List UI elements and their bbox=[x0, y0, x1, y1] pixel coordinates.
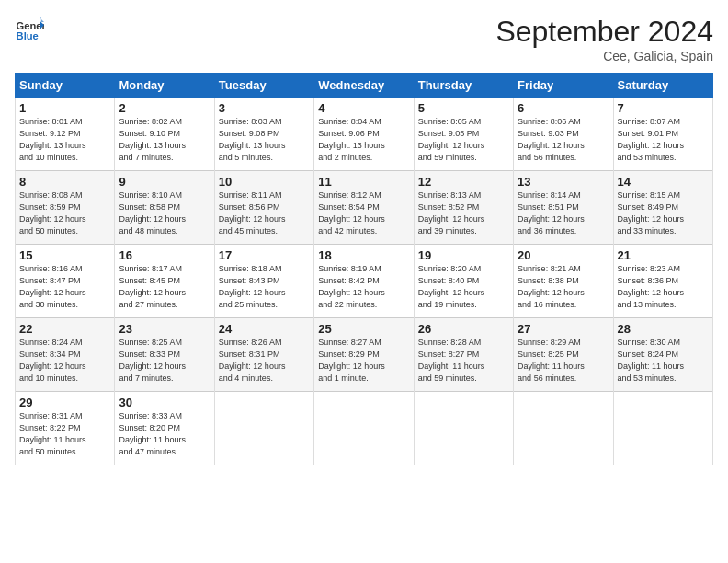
day-number: 16 bbox=[119, 248, 210, 262]
day-number: 21 bbox=[618, 248, 709, 262]
col-sunday: Sunday bbox=[16, 74, 115, 98]
calendar-cell: 19Sunrise: 8:20 AM Sunset: 8:40 PM Dayli… bbox=[414, 245, 513, 318]
day-number: 13 bbox=[518, 175, 609, 189]
day-info: Sunrise: 8:03 AM Sunset: 9:08 PM Dayligh… bbox=[219, 116, 310, 164]
calendar-cell: 25Sunrise: 8:27 AM Sunset: 8:29 PM Dayli… bbox=[314, 318, 414, 392]
day-info: Sunrise: 8:23 AM Sunset: 8:36 PM Dayligh… bbox=[618, 263, 709, 311]
day-number: 27 bbox=[518, 322, 609, 336]
calendar-cell bbox=[314, 392, 414, 465]
week-row-1: 1Sunrise: 8:01 AM Sunset: 9:12 PM Daylig… bbox=[16, 98, 713, 171]
title-block: September 2024 Cee, Galicia, Spain bbox=[495, 15, 713, 63]
calendar-cell: 21Sunrise: 8:23 AM Sunset: 8:36 PM Dayli… bbox=[613, 245, 712, 318]
calendar-cell bbox=[514, 392, 613, 465]
month-title: September 2024 bbox=[495, 15, 713, 49]
day-number: 26 bbox=[418, 322, 509, 336]
calendar-cell: 20Sunrise: 8:21 AM Sunset: 8:38 PM Dayli… bbox=[514, 245, 613, 318]
day-info: Sunrise: 8:30 AM Sunset: 8:24 PM Dayligh… bbox=[618, 337, 709, 385]
day-number: 2 bbox=[119, 101, 210, 115]
day-info: Sunrise: 8:06 AM Sunset: 9:03 PM Dayligh… bbox=[518, 116, 609, 164]
calendar-cell: 24Sunrise: 8:26 AM Sunset: 8:31 PM Dayli… bbox=[214, 318, 313, 392]
header: General Blue September 2024 Cee, Galicia… bbox=[15, 15, 713, 63]
day-info: Sunrise: 8:28 AM Sunset: 8:27 PM Dayligh… bbox=[418, 337, 509, 385]
day-info: Sunrise: 8:04 AM Sunset: 9:06 PM Dayligh… bbox=[318, 116, 409, 164]
day-number: 11 bbox=[318, 175, 409, 189]
day-number: 9 bbox=[119, 175, 210, 189]
header-row: Sunday Monday Tuesday Wednesday Thursday… bbox=[16, 74, 713, 98]
day-info: Sunrise: 8:17 AM Sunset: 8:45 PM Dayligh… bbox=[119, 263, 210, 311]
day-number: 19 bbox=[418, 248, 509, 262]
page: General Blue September 2024 Cee, Galicia… bbox=[0, 0, 728, 563]
calendar-table: Sunday Monday Tuesday Wednesday Thursday… bbox=[15, 73, 713, 465]
calendar-cell: 10Sunrise: 8:11 AM Sunset: 8:56 PM Dayli… bbox=[214, 171, 313, 245]
day-number: 24 bbox=[219, 322, 310, 336]
day-info: Sunrise: 8:16 AM Sunset: 8:47 PM Dayligh… bbox=[19, 263, 110, 311]
day-number: 4 bbox=[318, 101, 409, 115]
calendar-cell: 18Sunrise: 8:19 AM Sunset: 8:42 PM Dayli… bbox=[314, 245, 414, 318]
day-number: 20 bbox=[518, 248, 609, 262]
day-number: 6 bbox=[518, 101, 609, 115]
day-info: Sunrise: 8:07 AM Sunset: 9:01 PM Dayligh… bbox=[618, 116, 709, 164]
logo: General Blue bbox=[15, 15, 44, 44]
week-row-3: 15Sunrise: 8:16 AM Sunset: 8:47 PM Dayli… bbox=[16, 245, 713, 318]
calendar-cell bbox=[214, 392, 313, 465]
col-tuesday: Tuesday bbox=[214, 74, 313, 98]
calendar-cell bbox=[414, 392, 513, 465]
calendar-cell: 23Sunrise: 8:25 AM Sunset: 8:33 PM Dayli… bbox=[115, 318, 214, 392]
day-number: 12 bbox=[418, 175, 509, 189]
calendar-cell bbox=[613, 392, 712, 465]
day-number: 25 bbox=[318, 322, 409, 336]
day-number: 8 bbox=[19, 175, 110, 189]
week-row-5: 29Sunrise: 8:31 AM Sunset: 8:22 PM Dayli… bbox=[16, 392, 713, 465]
day-info: Sunrise: 8:13 AM Sunset: 8:52 PM Dayligh… bbox=[418, 190, 509, 237]
calendar-cell: 26Sunrise: 8:28 AM Sunset: 8:27 PM Dayli… bbox=[414, 318, 513, 392]
day-info: Sunrise: 8:10 AM Sunset: 8:58 PM Dayligh… bbox=[119, 190, 210, 237]
day-number: 7 bbox=[618, 101, 709, 115]
calendar-cell: 2Sunrise: 8:02 AM Sunset: 9:10 PM Daylig… bbox=[115, 98, 214, 171]
calendar-cell: 16Sunrise: 8:17 AM Sunset: 8:45 PM Dayli… bbox=[115, 245, 214, 318]
day-info: Sunrise: 8:19 AM Sunset: 8:42 PM Dayligh… bbox=[318, 263, 409, 311]
day-info: Sunrise: 8:08 AM Sunset: 8:59 PM Dayligh… bbox=[19, 190, 110, 237]
day-info: Sunrise: 8:21 AM Sunset: 8:38 PM Dayligh… bbox=[518, 263, 609, 311]
calendar-cell: 9Sunrise: 8:10 AM Sunset: 8:58 PM Daylig… bbox=[115, 171, 214, 245]
day-number: 29 bbox=[19, 396, 110, 409]
day-number: 3 bbox=[219, 101, 310, 115]
day-info: Sunrise: 8:02 AM Sunset: 9:10 PM Dayligh… bbox=[119, 116, 210, 164]
day-info: Sunrise: 8:29 AM Sunset: 8:25 PM Dayligh… bbox=[518, 337, 609, 385]
col-thursday: Thursday bbox=[414, 74, 513, 98]
day-info: Sunrise: 8:20 AM Sunset: 8:40 PM Dayligh… bbox=[418, 263, 509, 311]
week-row-2: 8Sunrise: 8:08 AM Sunset: 8:59 PM Daylig… bbox=[16, 171, 713, 245]
day-info: Sunrise: 8:18 AM Sunset: 8:43 PM Dayligh… bbox=[219, 263, 310, 311]
day-number: 28 bbox=[618, 322, 709, 336]
calendar-cell: 28Sunrise: 8:30 AM Sunset: 8:24 PM Dayli… bbox=[613, 318, 712, 392]
calendar-cell: 1Sunrise: 8:01 AM Sunset: 9:12 PM Daylig… bbox=[16, 98, 115, 171]
col-friday: Friday bbox=[514, 74, 613, 98]
calendar-cell: 14Sunrise: 8:15 AM Sunset: 8:49 PM Dayli… bbox=[613, 171, 712, 245]
day-info: Sunrise: 8:12 AM Sunset: 8:54 PM Dayligh… bbox=[318, 190, 409, 237]
day-info: Sunrise: 8:26 AM Sunset: 8:31 PM Dayligh… bbox=[219, 337, 310, 385]
location: Cee, Galicia, Spain bbox=[495, 49, 713, 63]
calendar-cell: 7Sunrise: 8:07 AM Sunset: 9:01 PM Daylig… bbox=[613, 98, 712, 171]
day-number: 14 bbox=[618, 175, 709, 189]
calendar-cell: 17Sunrise: 8:18 AM Sunset: 8:43 PM Dayli… bbox=[214, 245, 313, 318]
day-number: 1 bbox=[19, 101, 110, 115]
day-info: Sunrise: 8:27 AM Sunset: 8:29 PM Dayligh… bbox=[318, 337, 409, 385]
calendar-cell: 5Sunrise: 8:05 AM Sunset: 9:05 PM Daylig… bbox=[414, 98, 513, 171]
calendar-cell: 11Sunrise: 8:12 AM Sunset: 8:54 PM Dayli… bbox=[314, 171, 414, 245]
calendar-cell: 8Sunrise: 8:08 AM Sunset: 8:59 PM Daylig… bbox=[16, 171, 115, 245]
calendar-cell: 15Sunrise: 8:16 AM Sunset: 8:47 PM Dayli… bbox=[16, 245, 115, 318]
day-number: 10 bbox=[219, 175, 310, 189]
calendar-cell: 22Sunrise: 8:24 AM Sunset: 8:34 PM Dayli… bbox=[16, 318, 115, 392]
day-number: 17 bbox=[219, 248, 310, 262]
calendar-cell: 3Sunrise: 8:03 AM Sunset: 9:08 PM Daylig… bbox=[214, 98, 313, 171]
calendar-cell: 29Sunrise: 8:31 AM Sunset: 8:22 PM Dayli… bbox=[16, 392, 115, 465]
col-monday: Monday bbox=[115, 74, 214, 98]
day-number: 5 bbox=[418, 101, 509, 115]
calendar-cell: 13Sunrise: 8:14 AM Sunset: 8:51 PM Dayli… bbox=[514, 171, 613, 245]
day-number: 22 bbox=[19, 322, 110, 336]
col-wednesday: Wednesday bbox=[314, 74, 414, 98]
day-number: 23 bbox=[119, 322, 210, 336]
day-info: Sunrise: 8:14 AM Sunset: 8:51 PM Dayligh… bbox=[518, 190, 609, 237]
day-info: Sunrise: 8:01 AM Sunset: 9:12 PM Dayligh… bbox=[19, 116, 110, 164]
calendar-cell: 4Sunrise: 8:04 AM Sunset: 9:06 PM Daylig… bbox=[314, 98, 414, 171]
day-number: 18 bbox=[318, 248, 409, 262]
